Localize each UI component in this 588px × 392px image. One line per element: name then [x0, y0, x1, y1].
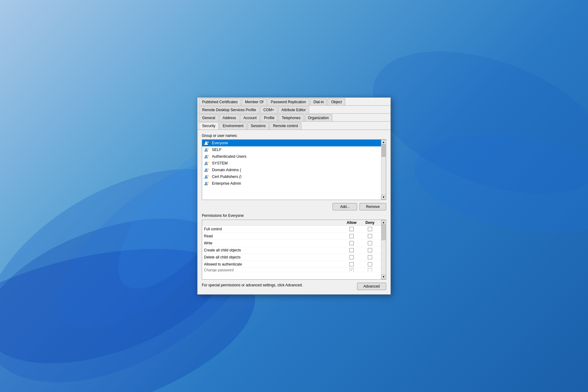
perm-change-password-allow-checkbox[interactable]: [349, 268, 354, 272]
domain-admins-icon: [204, 168, 210, 172]
cert-publishers-icon: [204, 174, 210, 179]
tab-security[interactable]: Security: [199, 122, 219, 130]
svg-point-12: [207, 155, 209, 156]
perm-create-child-deny-checkbox[interactable]: [368, 248, 372, 252]
tab-address[interactable]: Address: [219, 114, 239, 121]
tab-sessions[interactable]: Sessions: [247, 122, 269, 130]
advanced-button[interactable]: Advanced: [357, 283, 386, 290]
perm-write-allow-checkbox[interactable]: [349, 241, 354, 245]
perm-full-control-deny[interactable]: [361, 227, 379, 231]
perm-scrollbar-thumb[interactable]: [382, 225, 386, 240]
perm-row-read: Read: [202, 233, 381, 240]
perm-delete-child-deny-checkbox[interactable]: [368, 255, 372, 259]
tab-member-of[interactable]: Member Of: [242, 98, 267, 105]
user-item-self[interactable]: SELF: [202, 146, 381, 153]
user-item-domain-admins[interactable]: Domain Admins (: [202, 167, 381, 173]
user-item-authenticated[interactable]: Authenticated Users: [202, 153, 381, 160]
perm-row-full-control: Full control: [202, 226, 381, 233]
remove-button[interactable]: Remove: [360, 203, 386, 210]
tab-profile[interactable]: Profile: [261, 114, 278, 121]
authenticated-users-icon: [204, 154, 210, 159]
perm-scrollbar-up-btn[interactable]: ▲: [381, 220, 386, 225]
permissions-scrollbar[interactable]: ▲ ▼: [381, 220, 386, 279]
perm-write-deny[interactable]: [361, 241, 379, 245]
scrollbar-thumb[interactable]: [382, 145, 386, 157]
tab-row-1: Published Certificates Member Of Passwor…: [198, 98, 390, 106]
perm-delete-child-allow-checkbox[interactable]: [349, 255, 354, 259]
tab-row-3: General Address Account Profile Telephon…: [198, 114, 390, 122]
perm-scrollbar-down-btn[interactable]: ▼: [381, 274, 386, 279]
perm-full-control-allow-checkbox[interactable]: [349, 227, 354, 231]
user-list-scrollbar[interactable]: ▲ ▼: [381, 140, 386, 200]
perm-row-create-child: Create all child objects: [202, 247, 381, 254]
tab-general[interactable]: General: [199, 114, 219, 121]
self-icon: [204, 147, 210, 152]
user-item-everyone-name: Everyone: [212, 141, 228, 145]
perm-allowed-authenticate-deny[interactable]: [361, 262, 379, 266]
tab-organization[interactable]: Organization: [305, 114, 332, 121]
perm-change-password-label: Change password: [204, 268, 342, 272]
scrollbar-down-btn[interactable]: ▼: [381, 195, 386, 200]
user-item-self-name: SELF: [212, 148, 221, 152]
scrollbar-up-btn[interactable]: ▲: [381, 140, 386, 145]
user-item-enterprise-admin[interactable]: Enterprise Admin: [202, 180, 381, 187]
perm-change-password-allow[interactable]: [342, 268, 361, 272]
tab-telephones[interactable]: Telephones: [278, 114, 304, 121]
user-item-domain-admins-name: Domain Admins (: [212, 168, 241, 172]
tab-com-plus[interactable]: COM+: [260, 106, 277, 113]
tab-row-4: Security Environment Sessions Remote con…: [198, 122, 390, 130]
user-item-everyone[interactable]: Everyone: [202, 140, 381, 146]
user-item-cert-publishers[interactable]: Cert Publishers (\: [202, 173, 381, 180]
everyone-icon: [204, 141, 210, 145]
perm-write-label: Write: [204, 241, 342, 245]
tab-object[interactable]: Object: [328, 98, 345, 105]
perm-delete-child-allow[interactable]: [342, 255, 361, 259]
tab-environment[interactable]: Environment: [219, 122, 247, 130]
perm-create-child-allow-checkbox[interactable]: [349, 248, 354, 252]
perm-scrollbar-thumb-area: [381, 225, 386, 274]
perm-write-allow[interactable]: [342, 241, 361, 245]
perm-deny-header: Deny: [361, 221, 379, 225]
perm-full-control-allow[interactable]: [342, 227, 361, 231]
perm-read-deny[interactable]: [361, 234, 379, 238]
perm-allowed-authenticate-allow-checkbox[interactable]: [349, 262, 354, 266]
perm-delete-child-deny[interactable]: [361, 255, 379, 259]
tab-remote-control[interactable]: Remote control: [270, 122, 301, 130]
tab-remote-desktop-services[interactable]: Remote Desktop Services Profile: [199, 106, 259, 113]
permissions-label: Permissions for Everyone: [202, 213, 386, 218]
perm-create-child-allow[interactable]: [342, 248, 361, 252]
perm-read-allow-checkbox[interactable]: [349, 234, 354, 238]
user-list: Everyone SELF: [202, 140, 381, 200]
tab-password-replication[interactable]: Password Replication: [267, 98, 309, 105]
svg-point-20: [207, 182, 209, 183]
svg-point-16: [207, 168, 209, 170]
perm-read-label: Read: [204, 234, 342, 238]
perm-read-allow[interactable]: [342, 234, 361, 238]
perm-allowed-authenticate-deny-checkbox[interactable]: [368, 262, 372, 266]
perm-full-control-deny-checkbox[interactable]: [368, 227, 372, 231]
svg-point-10: [207, 148, 209, 149]
user-item-system-name: SYSTEM: [212, 161, 228, 165]
security-tab-content: Group or user names: Everyone: [198, 130, 390, 294]
scrollbar-thumb-area: [381, 145, 386, 195]
svg-point-6: [407, 120, 588, 248]
perm-change-password-deny-checkbox[interactable]: [368, 268, 372, 272]
tab-dial-in[interactable]: Dial-in: [310, 98, 327, 105]
perm-allowed-authenticate-allow[interactable]: [342, 262, 361, 266]
perm-create-child-deny[interactable]: [361, 248, 379, 252]
add-button[interactable]: Add...: [333, 203, 357, 210]
group-user-names-label: Group or user names:: [202, 134, 386, 138]
svg-point-14: [207, 161, 209, 163]
perm-change-password-deny[interactable]: [361, 268, 379, 272]
tab-attribute-editor[interactable]: Attribute Editor: [278, 106, 309, 113]
properties-dialog: Published Certificates Member Of Passwor…: [197, 97, 391, 295]
user-item-system[interactable]: SYSTEM: [202, 160, 381, 167]
system-icon: [204, 161, 210, 166]
perm-name-header: [204, 221, 342, 225]
perm-delete-child-label: Delete all child objects: [204, 255, 342, 259]
permissions-header: Allow Deny: [202, 220, 381, 226]
tab-account[interactable]: Account: [240, 114, 260, 121]
perm-read-deny-checkbox[interactable]: [368, 234, 372, 238]
tab-published-certificates[interactable]: Published Certificates: [199, 98, 241, 105]
perm-write-deny-checkbox[interactable]: [368, 241, 372, 245]
